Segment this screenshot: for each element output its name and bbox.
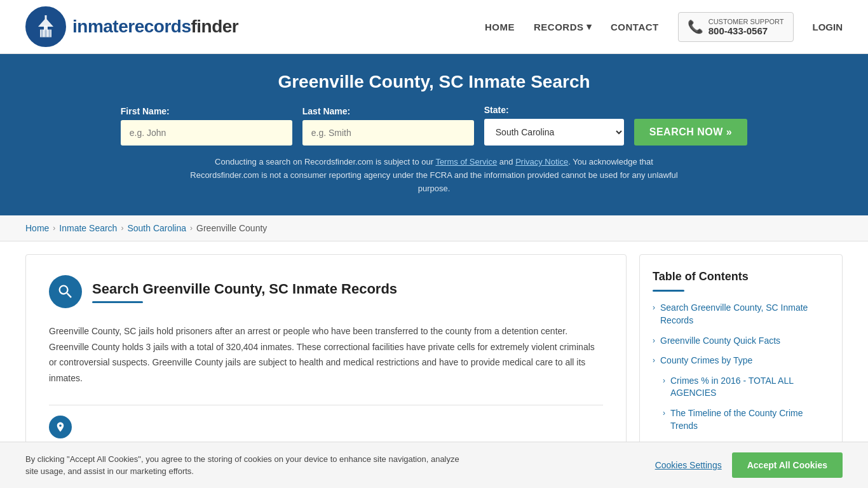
support-label: CUSTOMER SUPPORT [709, 18, 784, 25]
article-title: Search Greenville County, SC Inmate Reco… [92, 281, 397, 297]
toc-item[interactable]: › County Crimes by Type [653, 355, 829, 367]
state-select[interactable]: South Carolina Alabama Alaska California… [484, 119, 624, 146]
support-box[interactable]: 📞 CUSTOMER SUPPORT 800-433-0567 [678, 12, 794, 42]
phone-icon: 📞 [688, 19, 703, 34]
article-icon [49, 275, 82, 308]
svg-rect-4 [41, 30, 43, 37]
nav-records-label: RECORDS [534, 22, 584, 32]
first-name-input[interactable] [121, 120, 292, 146]
cookie-actions: Cookies Settings Accept All Cookies [655, 452, 843, 478]
tos-link[interactable]: Terms of Service [435, 157, 497, 166]
article-header: Search Greenville County, SC Inmate Reco… [49, 275, 603, 308]
toc-link[interactable]: Search Greenville County, SC Inmate Reco… [660, 302, 829, 327]
chevron-right-icon: › [653, 303, 655, 312]
cookie-text: By clicking "Accept All Cookies", you ag… [25, 453, 470, 478]
chevron-right-icon: › [663, 409, 665, 417]
site-header: inmaterecordsfinder HOME RECORDS ▾ CONTA… [0, 0, 868, 54]
breadcrumb-sep-3: › [190, 224, 193, 233]
svg-rect-5 [45, 30, 47, 37]
chevron-right-icon: › [653, 356, 655, 365]
last-name-label: Last Name: [302, 106, 474, 116]
breadcrumb-state[interactable]: South Carolina [127, 223, 186, 233]
last-name-group: Last Name: [302, 106, 474, 146]
last-name-input[interactable] [302, 120, 474, 146]
logo-icon [25, 6, 66, 47]
support-text: CUSTOMER SUPPORT 800-433-0567 [709, 18, 784, 36]
breadcrumb-sep-1: › [53, 224, 55, 233]
toc-link[interactable]: Greenville County Quick Facts [660, 335, 780, 348]
chevron-right-icon: › [653, 336, 655, 345]
breadcrumb-inmate-search[interactable]: Inmate Search [59, 223, 117, 233]
toc-link[interactable]: The Timeline of the County Crime Trends [670, 407, 829, 432]
first-name-group: First Name: [121, 106, 292, 146]
first-name-label: First Name: [121, 106, 292, 116]
breadcrumb-sep-2: › [121, 224, 123, 233]
chevron-down-icon: ▾ [587, 21, 592, 32]
main-nav: HOME RECORDS ▾ CONTACT 📞 CUSTOMER SUPPOR… [485, 12, 843, 42]
toc-list: › Search Greenville County, SC Inmate Re… [653, 302, 829, 452]
nav-records[interactable]: RECORDS ▾ [534, 21, 592, 32]
toc-item[interactable]: › Search Greenville County, SC Inmate Re… [653, 302, 829, 327]
hero-section: Greenville County, SC Inmate Search Firs… [0, 54, 868, 215]
nav-home[interactable]: HOME [485, 22, 515, 32]
cookie-banner: By clicking "Accept All Cookies", you ag… [0, 442, 868, 488]
toc-item[interactable]: › The Timeline of the County Crime Trend… [653, 407, 829, 432]
toc-item[interactable]: › Crimes % in 2016 - TOTAL ALL AGENCIES [653, 375, 829, 400]
login-button[interactable]: LOGIN [813, 22, 843, 32]
search-button[interactable]: SEARCH NOW » [634, 119, 747, 146]
state-group: State: South Carolina Alabama Alaska Cal… [484, 105, 624, 146]
toc-divider [653, 290, 684, 292]
article-section-2-icon [49, 416, 72, 438]
svg-rect-3 [45, 15, 47, 19]
page-title: Greenville County, SC Inmate Search [25, 72, 843, 92]
state-label: State: [484, 105, 624, 115]
breadcrumb-county: Greenville County [196, 223, 267, 233]
toc-link[interactable]: Crimes % in 2016 - TOTAL ALL AGENCIES [670, 375, 829, 400]
breadcrumb-home[interactable]: Home [25, 223, 49, 233]
article-body: Greenville County, SC jails hold prisone… [49, 323, 603, 386]
search-form: First Name: Last Name: State: South Caro… [25, 105, 843, 146]
logo-text: inmaterecordsfinder [72, 17, 238, 37]
logo-bold-text: finder [191, 17, 238, 36]
privacy-link[interactable]: Privacy Notice [515, 157, 568, 166]
nav-contact[interactable]: CONTACT [611, 22, 659, 32]
chevron-right-icon: › [663, 376, 665, 385]
support-number: 800-433-0567 [709, 25, 784, 36]
svg-marker-2 [38, 18, 53, 27]
logo-main-text: inmaterecords [72, 17, 191, 36]
cookie-settings-button[interactable]: Cookies Settings [655, 460, 722, 470]
toc-item[interactable]: › Greenville County Quick Facts [653, 335, 829, 348]
breadcrumb: Home › Inmate Search › South Carolina › … [0, 215, 868, 241]
hero-disclaimer: Conducting a search on Recordsfinder.com… [180, 156, 688, 195]
toc-link[interactable]: County Crimes by Type [660, 355, 752, 367]
toc-title: Table of Contents [653, 270, 829, 283]
cookie-accept-button[interactable]: Accept All Cookies [732, 452, 843, 478]
article-title-underline [92, 301, 143, 303]
logo-area: inmaterecordsfinder [25, 6, 238, 47]
article-title-area: Search Greenville County, SC Inmate Reco… [92, 281, 397, 303]
article-section-2-partial [49, 405, 603, 438]
svg-rect-6 [49, 30, 51, 37]
